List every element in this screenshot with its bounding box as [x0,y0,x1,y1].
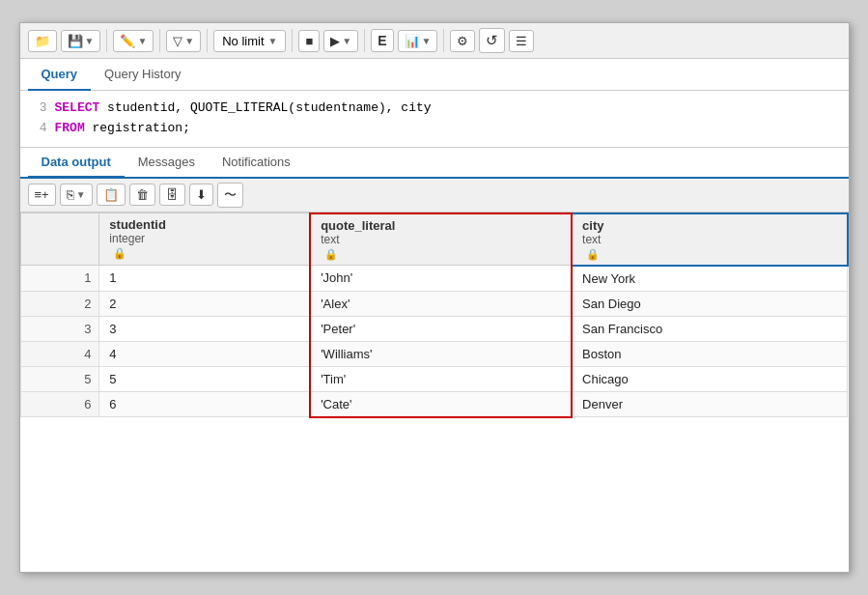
db-icon: 🗄 [166,187,179,202]
output-toolbar: ≡+ ⎘ ▼ 📋 🗑 🗄 ⬇ 〜 [20,179,849,212]
col-name-city: city [582,218,836,233]
tab-notifications-label: Notifications [222,155,291,169]
table-row: 55'Tim'Chicago [20,366,848,391]
lock-icon-studentid: 🔒 [113,247,126,259]
explain-button[interactable]: E [371,29,393,52]
settings-button[interactable]: ⚙ [450,30,475,52]
paste-button[interactable]: 📋 [97,184,126,206]
tab-messages-label: Messages [138,155,195,169]
table-row: 66'Cate'Denver [20,391,848,417]
data-table-container: studentid integer 🔒 quote_literal text 🔒… [20,212,849,418]
separator [443,29,444,52]
cell-studentid: 2 [99,291,310,316]
row-number: 5 [20,366,99,391]
tab-query-history[interactable]: Query History [91,59,194,91]
row-num-header [20,213,99,266]
folder-icon: 📁 [35,34,50,48]
keyword-select: SELECT [55,100,100,115]
refresh-icon: ↺ [486,32,498,49]
download-icon: ⬇ [196,187,207,202]
col-name-studentid: studentid [109,217,299,232]
tab-messages[interactable]: Messages [125,148,209,179]
query-tab-bar: Query Query History [20,59,849,91]
row-number: 1 [20,266,99,292]
graph-icon: 〜 [224,186,237,204]
chart-icon: 📊 [405,34,420,48]
table-row: 44'Williams'Boston [20,341,848,366]
delete-button[interactable]: 🗑 [129,184,155,206]
download-button[interactable]: ⬇ [189,184,213,206]
cell-studentid: 4 [99,341,310,366]
cell-city: Chicago [572,366,847,391]
chevron-down-icon: ▼ [85,36,95,46]
chevron-down-icon: ▼ [76,189,86,200]
chevron-down-icon: ▼ [184,36,194,46]
add-row-button[interactable]: ≡+ [28,184,56,206]
db-button[interactable]: 🗄 [159,184,185,206]
chart-button[interactable]: 📊 ▼ [398,30,438,52]
refresh-button[interactable]: ↺ [479,28,505,53]
edit-button[interactable]: ✏️ ▼ [113,30,154,52]
cell-quote-literal: 'Peter' [310,316,572,341]
save-button[interactable]: 💾 ▼ [61,30,101,52]
cell-studentid: 1 [99,266,310,292]
tab-query[interactable]: Query [28,59,92,91]
tab-notifications[interactable]: Notifications [209,148,304,179]
delete-icon: 🗑 [136,187,149,202]
cell-city: Boston [572,341,847,366]
col-type-studentid: integer [109,232,299,245]
tab-data-output-label: Data output [42,155,111,169]
tab-data-output[interactable]: Data output [28,148,125,179]
table-row: 33'Peter'San Francisco [20,316,848,341]
col-type-quote-literal: text [321,233,561,246]
menu-button[interactable]: ☰ [509,30,534,52]
main-window: 📁 💾 ▼ ✏️ ▼ ▽ ▼ No limit ▼ ■ ▶ ▼ [19,22,850,573]
col-header-studentid[interactable]: studentid integer 🔒 [99,213,310,266]
output-tab-bar: Data output Messages Notifications [20,148,849,179]
sql-line3-text: studentid, QUOTE_LITERAL(studentname), c… [99,100,431,115]
row-number: 4 [20,341,99,366]
explain-icon: E [378,33,386,48]
copy-icon: ⎘ [67,187,74,202]
separator [106,29,107,52]
row-number: 6 [20,391,99,417]
separator [292,29,293,52]
row-number: 2 [20,291,99,316]
cell-city: San Diego [572,291,847,316]
menu-icon: ☰ [516,34,527,48]
filter-button[interactable]: ▽ ▼ [166,30,201,52]
separator [364,29,365,52]
pen-icon: ✏️ [120,34,135,48]
cell-quote-literal: 'Tim' [310,366,572,391]
no-limit-dropdown[interactable]: No limit ▼ [213,30,286,52]
cell-quote-literal: 'Alex' [310,291,572,316]
sql-editor[interactable]: 3 SELECT studentid, QUOTE_LITERAL(studen… [20,91,849,148]
save-icon: 💾 [68,34,83,48]
open-folder-button[interactable]: 📁 [28,30,57,52]
lock-icon-quote-literal: 🔒 [324,248,338,260]
cell-quote-literal: 'John' [310,266,572,292]
col-header-quote-literal[interactable]: quote_literal text 🔒 [310,213,572,266]
row-number: 3 [20,316,99,341]
col-type-city: text [582,233,836,246]
table-header-row: studentid integer 🔒 quote_literal text 🔒… [20,213,848,266]
filter-icon: ▽ [173,34,182,48]
settings-icon: ⚙ [457,34,468,48]
chevron-down-icon: ▼ [137,36,147,46]
col-name-quote-literal: quote_literal [321,218,561,233]
stop-button[interactable]: ■ [298,30,320,52]
sql-line4-text: registration; [85,121,190,135]
tab-query-history-label: Query History [104,67,181,81]
table-row: 11'John'New York [20,266,848,292]
separator [159,29,160,52]
cell-city: New York [572,266,847,292]
col-header-city[interactable]: city text 🔒 [572,213,847,266]
graph-button[interactable]: 〜 [217,183,243,208]
copy-button[interactable]: ⎘ ▼ [60,184,93,206]
cell-studentid: 5 [99,366,310,391]
paste-icon: 📋 [103,187,119,202]
chevron-down-icon: ▼ [342,36,351,46]
sql-line-3: 3 SELECT studentid, QUOTE_LITERAL(studen… [32,99,837,119]
run-button[interactable]: ▶ ▼ [323,30,358,52]
line-number-4: 4 [32,119,47,139]
